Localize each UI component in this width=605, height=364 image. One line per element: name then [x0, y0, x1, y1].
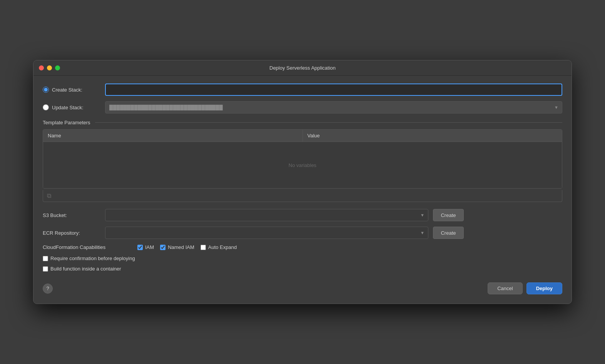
minimize-button[interactable] [47, 65, 52, 70]
table-header: Name Value [43, 130, 562, 142]
dialog-footer: ? Cancel Deploy [43, 276, 562, 296]
col-name-header: Name [43, 130, 303, 142]
deploy-button[interactable]: Deploy [526, 282, 562, 294]
window-controls [39, 65, 60, 70]
build-container-item[interactable]: Build function inside a container [43, 266, 121, 272]
iam-checkbox-item[interactable]: IAM [137, 244, 154, 250]
named-iam-label: Named IAM [168, 244, 194, 250]
close-button[interactable] [39, 65, 44, 70]
update-stack-select[interactable]: ████████████████████████████████ [105, 101, 562, 114]
s3-bucket-select[interactable] [105, 209, 428, 221]
require-confirmation-checkbox[interactable] [43, 256, 48, 261]
col-value-header: Value [303, 130, 562, 142]
cloudformation-label: CloudFormation Capabilities [43, 244, 131, 250]
create-stack-row: Create Stack: [43, 83, 562, 96]
update-stack-label[interactable]: Update Stack: [43, 104, 100, 110]
window-title: Deploy Serverless Application [269, 65, 336, 71]
parameters-table: Name Value No variables [43, 129, 562, 189]
create-stack-radio[interactable] [43, 87, 49, 93]
iam-checkbox[interactable] [137, 245, 143, 250]
deploy-dialog: Deploy Serverless Application Create Sta… [33, 60, 572, 304]
update-stack-row: Update Stack: ██████████████████████████… [43, 101, 562, 114]
maximize-button[interactable] [55, 65, 60, 70]
ecr-repository-select[interactable] [105, 227, 428, 239]
template-parameters-section-header: Template Parameters [43, 120, 562, 125]
ecr-repository-label: ECR Repository: [43, 230, 100, 236]
help-button[interactable]: ? [43, 284, 53, 294]
table-toolbar: ⧉ [43, 190, 562, 202]
s3-bucket-select-wrapper: ▼ [105, 209, 428, 221]
auto-expand-checkbox[interactable] [201, 245, 206, 250]
ecr-repository-row: ECR Repository: ▼ Create [43, 227, 562, 239]
auto-expand-label: Auto Expand [208, 244, 237, 250]
table-body: No variables [43, 142, 562, 188]
ecr-repository-select-wrapper: ▼ [105, 227, 428, 239]
require-confirmation-item[interactable]: Require confirmation before deploying [43, 255, 135, 261]
update-stack-radio[interactable] [43, 104, 49, 110]
create-stack-input[interactable] [105, 83, 562, 96]
build-container-label: Build function inside a container [50, 266, 121, 272]
iam-label: IAM [145, 244, 154, 250]
section-divider [95, 122, 562, 123]
build-container-checkbox[interactable] [43, 266, 48, 272]
s3-bucket-row: S3 Bucket: ▼ Create [43, 209, 562, 221]
ecr-create-button[interactable]: Create [433, 227, 464, 239]
footer-action-buttons: Cancel Deploy [488, 282, 562, 294]
no-variables-text: No variables [289, 162, 316, 168]
titlebar: Deploy Serverless Application [33, 60, 572, 76]
require-confirmation-label: Require confirmation before deploying [50, 255, 135, 261]
update-stack-select-wrapper: ████████████████████████████████ ▼ [105, 101, 562, 114]
auto-expand-checkbox-item[interactable]: Auto Expand [201, 244, 237, 250]
template-parameters-title: Template Parameters [43, 120, 90, 125]
build-container-row: Build function inside a container [43, 266, 562, 272]
require-confirmation-row: Require confirmation before deploying [43, 255, 562, 261]
capabilities-checkboxes: IAM Named IAM Auto Expand [137, 244, 237, 250]
s3-create-button[interactable]: Create [433, 209, 464, 221]
dialog-content: Create Stack: Update Stack: ████████████… [33, 76, 572, 304]
s3-bucket-label: S3 Bucket: [43, 212, 100, 218]
cancel-button[interactable]: Cancel [488, 282, 522, 294]
cloudformation-capabilities-row: CloudFormation Capabilities IAM Named IA… [43, 244, 562, 250]
copy-icon[interactable]: ⧉ [47, 192, 51, 199]
create-stack-label[interactable]: Create Stack: [43, 87, 100, 93]
named-iam-checkbox-item[interactable]: Named IAM [160, 244, 194, 250]
named-iam-checkbox[interactable] [160, 245, 165, 250]
